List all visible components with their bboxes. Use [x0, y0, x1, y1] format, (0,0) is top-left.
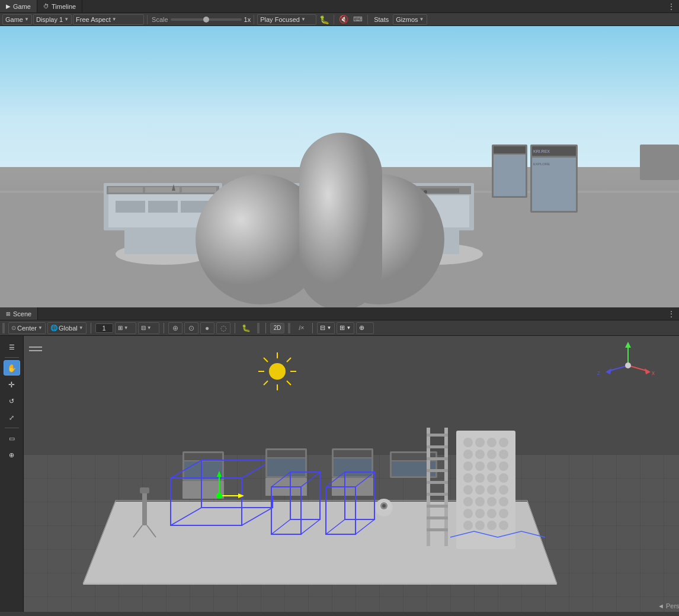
svg-point-129 — [487, 497, 497, 506]
snap-surface-dropdown[interactable]: ⊟ ▼ — [138, 322, 159, 334]
keyboard-btn[interactable]: ⌨ — [351, 14, 364, 25]
tool-transform-btn[interactable]: ⊕ — [4, 447, 20, 463]
game-tab-bar: ▶ Game ⏱ Timeline ⋮ — [0, 0, 679, 13]
display-dropdown-arrow: ▼ — [64, 17, 69, 22]
tool-rect-btn[interactable]: ▭ — [4, 431, 20, 446]
layer-number-input[interactable] — [95, 323, 113, 333]
svg-rect-142 — [427, 445, 448, 448]
game-dropdown-label: Game — [5, 16, 23, 23]
scene-view-icon: ⊞ — [340, 324, 345, 332]
scale-slider[interactable]: 1x — [171, 16, 251, 23]
toolbar-sep-1 — [147, 15, 148, 24]
svg-rect-10 — [124, 230, 207, 254]
scene-2d-label: 2D — [274, 325, 281, 331]
scene-extra-dropdown[interactable]: ⊕ — [356, 322, 374, 334]
toolbar-pipe-4 — [265, 323, 266, 333]
toolbar-pipe-3 — [235, 323, 235, 333]
tool-move-btn[interactable]: ✛ — [4, 377, 20, 392]
toolbar-sep-3 — [334, 15, 334, 24]
scene-tab-menu-btn[interactable]: ⋮ — [664, 309, 679, 319]
tab-game[interactable]: ▶ Game — [0, 0, 37, 12]
svg-rect-12 — [148, 201, 178, 213]
scene-layer-dropdown[interactable]: ⊟ ▼ — [317, 322, 335, 334]
svg-point-124 — [475, 485, 485, 495]
gizmos-label: Gizmos — [396, 16, 418, 23]
scene-orbit-btn[interactable]: ⊕ — [168, 322, 182, 334]
game-dropdown-arrow: ▼ — [24, 17, 29, 22]
game-tab-icon: ▶ — [6, 3, 11, 9]
tool-menu-btn[interactable]: ☰ — [4, 339, 20, 355]
scene-bug-icon[interactable]: 🐛 — [239, 322, 254, 334]
gizmos-dropdown[interactable]: Gizmos ▼ — [393, 14, 427, 25]
tool-rotate-btn[interactable]: ↺ — [4, 393, 20, 409]
center-icon: ⊙ — [11, 325, 16, 331]
svg-rect-11 — [116, 201, 145, 213]
toolbar-handle-2 — [257, 323, 260, 333]
scene-section: ⊞ Scene ⋮ ⊙ Center ▼ 🌐 Global ▼ ⊞ ▼ — [0, 307, 679, 612]
svg-rect-35 — [299, 133, 382, 307]
snap-surface-arrow: ▼ — [147, 325, 152, 331]
game-dropdown[interactable]: Game ▼ — [2, 14, 32, 25]
vertical-tools-panel: ☰ ✋ ✛ ↺ ⤢ ▭ ⊕ — [0, 336, 24, 612]
toolbar-pipe-5 — [312, 323, 313, 333]
svg-point-126 — [499, 485, 508, 495]
scale-value: 1x — [244, 16, 251, 23]
svg-point-51 — [269, 363, 286, 380]
svg-point-137 — [487, 521, 497, 530]
svg-point-107 — [463, 438, 473, 447]
scene-toolbar: ⊙ Center ▼ 🌐 Global ▼ ⊞ ▼ ⊟ ▼ ⊕ ⊙ ● ◌ — [0, 320, 679, 336]
svg-point-130 — [499, 497, 508, 506]
scene-view[interactable]: ☰ ✋ ✛ ↺ ⤢ ▭ ⊕ — [0, 336, 679, 612]
svg-point-138 — [499, 521, 508, 530]
snap-surface-icon: ⊟ — [141, 325, 146, 331]
tool-sep-2 — [5, 428, 19, 428]
scale-label: Scale — [152, 16, 168, 23]
toolbar-pipe-1 — [91, 323, 91, 333]
game-view[interactable]: KRI.REX EXPLORE — [0, 26, 679, 307]
scene-sphere-btn[interactable]: ● — [200, 322, 214, 334]
svg-text:◄ Persp: ◄ Persp — [658, 602, 679, 609]
center-dropdown[interactable]: ⊙ Center ▼ — [8, 322, 46, 334]
svg-rect-147 — [427, 505, 448, 508]
snap-grid-dropdown[interactable]: ⊞ ▼ — [115, 322, 136, 334]
scene-wireframe-btn[interactable]: ◌ — [216, 322, 230, 334]
mute-btn[interactable]: 🔇 — [337, 14, 350, 25]
svg-rect-143 — [427, 457, 448, 460]
play-focused-arrow: ▼ — [301, 17, 306, 22]
svg-rect-8 — [182, 187, 216, 192]
svg-rect-6 — [108, 187, 143, 192]
scene-tab-icon: ⊞ — [6, 311, 11, 317]
scene-pan-btn[interactable]: ⊙ — [184, 322, 198, 334]
global-dropdown[interactable]: 🌐 Global ▼ — [47, 322, 87, 334]
svg-rect-146 — [427, 493, 448, 496]
tab-scene[interactable]: ⊞ Scene — [0, 307, 38, 320]
svg-rect-86 — [334, 450, 371, 457]
scale-thumb — [203, 17, 209, 23]
scene-fx-icon[interactable]: ⅈ× — [294, 322, 308, 334]
scene-tab-label: Scene — [13, 310, 31, 317]
svg-rect-37 — [494, 146, 526, 153]
scale-track[interactable] — [171, 18, 242, 21]
bug-icon-btn[interactable]: 🐛 — [318, 14, 331, 25]
svg-point-114 — [499, 450, 508, 459]
svg-point-128 — [475, 497, 485, 506]
stats-btn[interactable]: Stats — [371, 14, 392, 25]
svg-rect-61 — [184, 453, 222, 460]
scene-2d-btn[interactable]: 2D — [270, 323, 285, 333]
scene-content[interactable]: x z ◄ Persp — [24, 336, 679, 612]
global-label: Global — [59, 325, 78, 332]
svg-rect-144 — [427, 469, 448, 472]
scene-view-dropdown[interactable]: ⊞ ▼ — [337, 322, 354, 334]
tab-timeline[interactable]: ⏱ Timeline — [37, 0, 82, 12]
tool-hand-btn[interactable]: ✋ — [4, 360, 20, 376]
tool-scale-btn[interactable]: ⤢ — [4, 410, 20, 425]
svg-point-119 — [463, 473, 473, 483]
svg-point-72 — [216, 493, 222, 499]
display-dropdown[interactable]: Display 1 ▼ — [33, 14, 72, 25]
aspect-dropdown[interactable]: Free Aspect ▼ — [73, 14, 144, 25]
play-focused-dropdown[interactable]: Play Focused ▼ — [257, 14, 316, 25]
svg-point-108 — [475, 438, 485, 447]
game-tab-menu-btn[interactable]: ⋮ — [664, 2, 679, 11]
toolbar-handle-3 — [288, 323, 290, 333]
svg-point-115 — [463, 461, 473, 471]
